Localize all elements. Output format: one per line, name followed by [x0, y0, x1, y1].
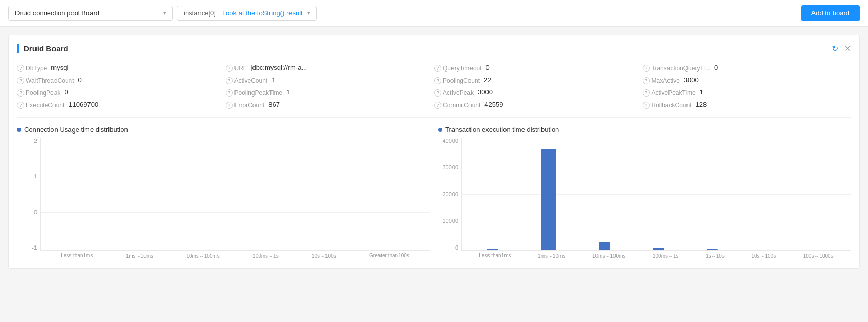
metric-label-15: ? RollbackCount: [643, 102, 692, 109]
metric-question-icon-6[interactable]: ?: [434, 77, 441, 84]
metric-question-icon-4[interactable]: ?: [17, 77, 24, 84]
metric-question-icon-0[interactable]: ?: [17, 65, 24, 72]
metric-item-4: ? WaitThreadCount 0: [17, 74, 226, 86]
metric-value-8: 0: [64, 88, 68, 96]
metric-value-15: 128: [696, 101, 707, 108]
chart2-bar-5: [707, 249, 718, 250]
metric-question-icon-5[interactable]: ?: [226, 77, 233, 84]
chart1-xlabel-6: Greater than100s: [369, 253, 409, 260]
instance-label: instance[0]: [184, 9, 216, 17]
chart2-bars: [462, 138, 851, 250]
chart2-y5: 40000: [442, 138, 458, 144]
board-selector-arrow-icon: ▾: [163, 10, 166, 16]
chart2-xlabel-1: Less than1ms: [479, 253, 511, 260]
metric-question-icon-11[interactable]: ?: [643, 89, 650, 97]
metric-label-4: ? WaitThreadCount: [17, 77, 74, 84]
board-selector-dropdown[interactable]: Druid connection pool Board ▾: [8, 6, 173, 21]
metric-value-1: jdbc:mysql://rm-a...: [251, 64, 308, 71]
metric-value-2: 0: [486, 64, 490, 71]
metric-label-7: ? MaxActive: [643, 77, 680, 84]
metric-item-6: ? PoolingCount 22: [434, 74, 643, 86]
metric-item-15: ? RollbackCount 128: [643, 99, 852, 111]
board-card: Druid Board ↻ ✕ ? DbType mysql ? URL jdb…: [8, 35, 860, 269]
top-bar-left: Druid connection pool Board ▾ instance[0…: [8, 6, 317, 21]
metric-item-0: ? DbType mysql: [17, 62, 226, 74]
metric-value-6: 22: [484, 76, 491, 84]
metric-item-5: ? ActiveCount 1: [226, 74, 435, 86]
chart2-bar-6: [761, 250, 772, 250]
chart2-title-row: Transaction execution time distribution: [438, 126, 851, 134]
metric-item-12: ? ExecuteCount 11069700: [17, 99, 226, 111]
close-button[interactable]: ✕: [844, 44, 851, 53]
metric-question-icon-2[interactable]: ?: [434, 65, 441, 72]
metric-value-11: 1: [700, 88, 703, 96]
chart1-dot: [17, 128, 21, 132]
metric-value-3: 0: [714, 64, 718, 71]
chart1-xlabel-3: 10ms～100ms: [186, 253, 219, 260]
metric-value-0: mysql: [51, 64, 68, 71]
metric-question-icon-14[interactable]: ?: [434, 102, 441, 109]
chart2-bar-1: [487, 249, 498, 250]
board-selector-label: Druid connection pool Board: [15, 9, 99, 17]
metric-item-9: ? PoolingPeakTime 1: [226, 86, 435, 99]
chart2-xlabel-2: 1ms～10ms: [538, 253, 565, 260]
chart2-dot: [438, 128, 442, 132]
chart2-xlabel-6: 10s～100s: [751, 253, 776, 260]
metric-item-2: ? QueryTimeout 0: [434, 62, 643, 74]
tostring-link[interactable]: Look at the toString() result: [222, 9, 303, 17]
metric-question-icon-9[interactable]: ?: [226, 89, 233, 97]
chart1-y4: 2: [34, 138, 37, 144]
metric-value-14: 42559: [484, 101, 503, 108]
connection-chart: Connection Usage time distribution 2 1 0…: [17, 126, 430, 260]
chart2-xlabel-4: 100ms～1s: [653, 253, 679, 260]
transaction-chart: Transaction execution time distribution …: [438, 126, 851, 260]
chart2-title: Transaction execution time distribution: [445, 126, 559, 134]
metric-question-icon-7[interactable]: ?: [643, 77, 650, 84]
refresh-button[interactable]: ↻: [831, 44, 838, 53]
metric-value-12: 11069700: [68, 101, 98, 108]
metric-item-3: ? TransactionQueryTi... 0: [643, 62, 852, 74]
metric-question-icon-8[interactable]: ?: [17, 89, 24, 97]
metric-value-5: 1: [272, 76, 275, 84]
instance-arrow-icon: ▾: [307, 10, 310, 16]
chart2-xlabel-7: 100s～1000s: [803, 253, 834, 260]
chart2-bar-2: [541, 149, 556, 250]
chart1-inner: 2 1 0 -1: [17, 138, 430, 251]
metric-label-1: ? URL: [226, 65, 247, 72]
metric-question-icon-3[interactable]: ?: [643, 65, 650, 72]
metric-item-13: ? ErrorCount 867: [226, 99, 435, 111]
metric-label-6: ? PoolingCount: [434, 77, 480, 84]
metric-question-icon-10[interactable]: ?: [434, 89, 441, 97]
add-to-board-button[interactable]: Add to board: [801, 5, 860, 21]
chart1-x-axis: Less than1ms 1ms～10ms 10ms～100ms 100ms～1…: [40, 251, 430, 260]
metric-item-10: ? ActivePeak 3000: [434, 86, 643, 99]
metric-label-11: ? ActivePeakTime: [643, 89, 696, 97]
metric-item-11: ? ActivePeakTime 1: [643, 86, 852, 99]
chart1-xlabel-5: 10s～100s: [312, 253, 336, 260]
chart2-xlabel-3: 10ms～100ms: [592, 253, 625, 260]
metric-question-icon-15[interactable]: ?: [643, 102, 650, 109]
metric-question-icon-13[interactable]: ?: [226, 102, 233, 109]
metric-item-7: ? MaxActive 3000: [643, 74, 852, 86]
chart1-y1: -1: [32, 244, 37, 251]
chart2-bar-4: [653, 248, 664, 250]
metric-question-icon-1[interactable]: ?: [226, 65, 233, 72]
top-bar: Druid connection pool Board ▾ instance[0…: [0, 0, 868, 27]
metric-label-10: ? ActivePeak: [434, 89, 474, 97]
chart2-y2: 10000: [442, 218, 458, 224]
metric-value-7: 3000: [684, 76, 699, 84]
chart2-y-axis: 40000 30000 20000 10000 0: [438, 138, 461, 251]
chart1-y-axis: 2 1 0 -1: [17, 138, 40, 251]
instance-selector-dropdown[interactable]: instance[0] Look at the toString() resul…: [177, 6, 317, 21]
metric-label-3: ? TransactionQueryTi...: [643, 65, 710, 72]
chart1-bars: [41, 138, 430, 250]
chart2-area: [461, 138, 851, 251]
metrics-grid: ? DbType mysql ? URL jdbc:mysql://rm-a..…: [17, 62, 851, 118]
chart2-inner: 40000 30000 20000 10000 0: [438, 138, 851, 251]
chart2-y1: 0: [455, 244, 458, 251]
chart2-y4: 30000: [442, 164, 458, 171]
chart1-area: [40, 138, 430, 251]
metric-item-8: ? PoolingPeak 0: [17, 86, 226, 99]
metric-question-icon-12[interactable]: ?: [17, 102, 24, 109]
chart1-xlabel-4: 100ms～1s: [252, 253, 279, 260]
